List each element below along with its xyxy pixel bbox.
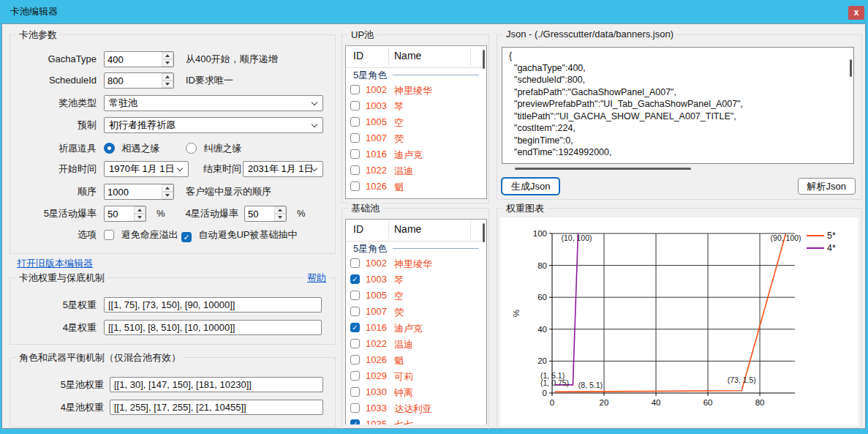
spin-down-button[interactable] bbox=[274, 214, 286, 221]
list-item[interactable]: 1029可莉 bbox=[346, 368, 486, 384]
p4-input[interactable] bbox=[110, 400, 323, 415]
wish-item-radio-acquaint[interactable]: 相遇之缘 bbox=[104, 141, 159, 157]
option-avoid-up-in-base[interactable]: 自动避免UP被基础抽中 bbox=[181, 227, 298, 243]
up-pool-group: UP池 ID Name 5星角色 1002神里绫华1003琴1005空1007荧… bbox=[341, 34, 489, 203]
parse-json-button[interactable]: 解析Json bbox=[798, 178, 856, 195]
help-link[interactable]: 帮助 bbox=[304, 272, 329, 285]
list-item[interactable]: 1007荧 bbox=[346, 130, 486, 146]
checkbox-icon[interactable] bbox=[350, 133, 360, 143]
spin-up-button[interactable] bbox=[162, 52, 173, 59]
scrollbar-thumb[interactable] bbox=[483, 223, 485, 242]
schedule-id-input[interactable] bbox=[105, 73, 162, 88]
checkbox-icon[interactable] bbox=[350, 117, 360, 127]
rate4-stepper[interactable] bbox=[244, 206, 287, 222]
list-item[interactable]: 1016迪卢克 bbox=[346, 146, 486, 162]
spin-down-button[interactable] bbox=[162, 81, 173, 88]
checkbox-icon[interactable] bbox=[350, 291, 360, 300]
w4-input[interactable] bbox=[104, 320, 322, 335]
svg-text:0: 0 bbox=[543, 389, 547, 397]
spin-up-button[interactable] bbox=[134, 206, 146, 214]
spin-up-button[interactable] bbox=[162, 184, 173, 192]
list-item[interactable]: 1026魈 bbox=[346, 352, 486, 368]
rate5-input[interactable] bbox=[105, 206, 134, 221]
spin-up-button[interactable] bbox=[274, 206, 286, 214]
checkbox-icon[interactable] bbox=[350, 355, 360, 364]
checkbox-icon[interactable] bbox=[350, 165, 360, 175]
checkbox-icon[interactable] bbox=[350, 307, 360, 316]
open-old-editor-link[interactable]: 打开旧版本编辑器 bbox=[17, 257, 93, 270]
list-item[interactable]: 1002神里绫华 bbox=[346, 255, 486, 272]
close-button[interactable]: x bbox=[848, 6, 864, 20]
hscrollbar-thumb[interactable] bbox=[515, 168, 691, 170]
spin-down-button[interactable] bbox=[134, 214, 146, 221]
list-item[interactable]: 1003琴 bbox=[346, 98, 486, 114]
list-item[interactable]: 1002神里绫华 bbox=[346, 82, 486, 98]
preset-select[interactable]: 初行者推荐祈愿 bbox=[104, 117, 323, 133]
rate4-input[interactable] bbox=[245, 206, 274, 221]
checkbox-icon[interactable] bbox=[350, 403, 360, 413]
row-name: 空 bbox=[394, 116, 404, 130]
checkbox-checked-icon[interactable] bbox=[350, 323, 360, 332]
arrow-up-icon bbox=[165, 75, 170, 78]
rate5-label: 5星活动爆率 bbox=[18, 206, 97, 222]
checkbox-icon[interactable] bbox=[350, 85, 360, 94]
spin-down-button[interactable] bbox=[162, 192, 173, 199]
list-item[interactable]: 1005空 bbox=[346, 114, 486, 130]
column-divider bbox=[470, 48, 471, 66]
list-item[interactable]: 1003琴 bbox=[346, 272, 486, 288]
checkbox-icon[interactable] bbox=[350, 149, 360, 159]
scrollbar-thumb[interactable] bbox=[850, 59, 852, 77]
checkbox-checked-icon[interactable] bbox=[350, 419, 360, 424]
scrollbar-thumb[interactable] bbox=[483, 50, 485, 69]
rate5-stepper[interactable] bbox=[104, 206, 146, 222]
wish-item-radio-intertwined[interactable]: 纠缠之缘 bbox=[186, 141, 241, 157]
checkbox-icon[interactable] bbox=[104, 230, 114, 240]
gacha-type-input[interactable] bbox=[105, 52, 162, 67]
option-avoid-overflow[interactable]: 避免命座溢出 bbox=[104, 227, 178, 243]
checkbox-icon[interactable] bbox=[350, 339, 360, 348]
list-item[interactable]: 1022温迪 bbox=[346, 336, 486, 352]
list-item[interactable]: 1035七七 bbox=[346, 416, 486, 424]
row-name: 琴 bbox=[394, 274, 404, 287]
json-textarea[interactable]: { "gachaType":400, "scheduleId":800, "pr… bbox=[502, 47, 854, 164]
gacha-type-stepper[interactable] bbox=[104, 51, 174, 67]
checkbox-icon[interactable] bbox=[350, 182, 360, 191]
chart-group-title: 权重图表 bbox=[503, 202, 547, 215]
begin-time-picker[interactable]: 1970年 1月 1日 bbox=[104, 161, 189, 177]
json-line: "scheduleId":800, bbox=[509, 74, 853, 86]
schedule-id-stepper[interactable] bbox=[104, 72, 174, 89]
list-item[interactable]: 1026魈 bbox=[346, 179, 486, 195]
spin-up-button[interactable] bbox=[162, 73, 173, 81]
list-item[interactable]: 1005空 bbox=[346, 288, 486, 304]
radio-selected-icon[interactable] bbox=[104, 143, 115, 154]
spin-down-button[interactable] bbox=[162, 59, 173, 67]
checkbox-icon[interactable] bbox=[350, 101, 360, 111]
order-input[interactable] bbox=[105, 184, 162, 199]
checkbox-icon[interactable] bbox=[350, 387, 360, 397]
pool-type-select[interactable]: 常驻池 bbox=[104, 95, 323, 111]
generate-json-button[interactable]: 生成Json bbox=[502, 178, 559, 195]
checkbox-checked-icon[interactable] bbox=[350, 274, 360, 284]
checkbox-checked-icon[interactable] bbox=[181, 232, 192, 242]
p5-input[interactable] bbox=[110, 377, 323, 392]
up-pool-list[interactable]: ID Name 5星角色 1002神里绫华1003琴1005空1007荧1016… bbox=[345, 45, 487, 199]
chevron-down-icon bbox=[177, 165, 183, 171]
list-item[interactable]: 1022温迪 bbox=[346, 162, 486, 179]
end-time-picker[interactable]: 2031年 1月 1日 bbox=[243, 161, 323, 177]
gacha-type-row: GachaType 从400开始，顺序递增 bbox=[18, 51, 328, 67]
list-item[interactable]: 1007荧 bbox=[346, 304, 486, 320]
checkbox-icon[interactable] bbox=[350, 258, 360, 268]
base-pool-list[interactable]: ID Name 5星角色 1002神里绫华1003琴1005空1007荧1016… bbox=[345, 219, 487, 424]
w5-input[interactable] bbox=[104, 297, 322, 313]
list-item[interactable]: 1016迪卢克 bbox=[346, 320, 486, 336]
order-row: 顺序 客户端中显示的顺序 bbox=[18, 184, 328, 200]
radio-icon[interactable] bbox=[186, 143, 197, 154]
order-stepper[interactable] bbox=[104, 184, 174, 200]
list-item[interactable]: 1033达达利亚 bbox=[346, 400, 486, 416]
checkbox-icon[interactable] bbox=[350, 371, 360, 381]
rate-row: 5星活动爆率 % 4星活动爆率 % bbox=[18, 206, 328, 222]
titlebar[interactable]: 卡池编辑器 x bbox=[0, 0, 868, 23]
row-name: 空 bbox=[394, 290, 404, 303]
row-name: 钟离 bbox=[394, 386, 413, 400]
list-item[interactable]: 1030钟离 bbox=[346, 384, 486, 400]
